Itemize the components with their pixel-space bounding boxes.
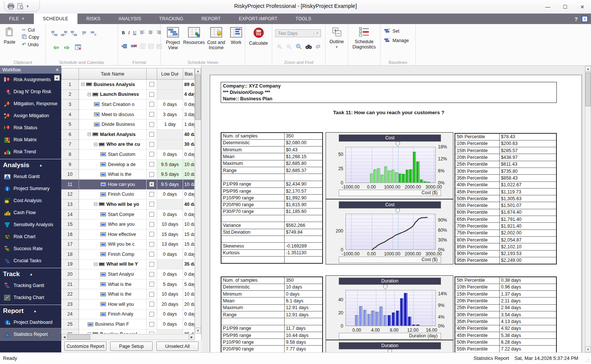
info-icon[interactable]: i xyxy=(582,16,588,22)
workflow-item-assign-mitigation[interactable]: Assign Mitigation xyxy=(0,110,61,122)
calculate-button[interactable]: Calculate xyxy=(245,24,272,46)
task-name-cell[interactable]: −Market Analysis xyxy=(79,130,147,140)
report-vscroll-up[interactable]: ▲ xyxy=(585,66,591,72)
summary-collapse-icon[interactable]: − xyxy=(88,93,91,96)
table-row[interactable]: 3Start Creation o0 days0 days xyxy=(61,100,195,110)
close-button[interactable]: ✕ xyxy=(574,0,591,14)
table-row[interactable]: 19−What will be Y35 days xyxy=(61,260,195,270)
show-column-icon[interactable] xyxy=(148,44,154,50)
task-checkbox[interactable] xyxy=(149,212,154,217)
task-checkbox[interactable] xyxy=(149,172,154,177)
table-row[interactable]: 10What is the9.5 days10 days xyxy=(61,169,195,180)
task-checkbox[interactable] xyxy=(149,192,154,197)
table-row[interactable]: 23How will you20 days20 days xyxy=(61,299,195,310)
task-name-cell[interactable]: Finish Custo xyxy=(79,190,147,200)
table-row[interactable]: 1−Business Analysis89 days xyxy=(61,80,195,90)
task-name-cell[interactable]: −Business Analysis xyxy=(79,80,147,90)
manage-baseline-button[interactable]: Manage xyxy=(384,37,409,44)
summary-collapse-icon[interactable]: − xyxy=(94,202,97,206)
italic-icon[interactable]: I xyxy=(128,30,130,36)
summary-collapse-icon[interactable]: − xyxy=(81,83,85,86)
outline-button[interactable]: Outline ▼ xyxy=(326,24,348,49)
report-vscroll[interactable] xyxy=(585,66,591,352)
workflow-close-icon[interactable]: ✕ xyxy=(55,67,59,72)
delete-task-icon[interactable] xyxy=(131,44,137,50)
workflow-item-risk-matrix[interactable]: Risk Matrix xyxy=(0,134,61,146)
sidebar-item-sensitivity-analysis[interactable]: Sensitivity Analysis xyxy=(0,219,61,231)
task-checkbox[interactable] xyxy=(149,162,154,167)
task-name-cell[interactable]: Who are you xyxy=(79,219,147,230)
calendar-icon[interactable] xyxy=(75,44,81,51)
task-checkbox[interactable] xyxy=(149,242,154,247)
task-name-cell[interactable]: What is the xyxy=(79,169,147,180)
sidebar-item-success-rate[interactable]: Success Rate xyxy=(0,243,61,255)
tab-report[interactable]: REPORT xyxy=(192,14,230,24)
workflow-item-risk-assignments[interactable]: Risk Assignments▲ xyxy=(0,74,61,86)
maximize-button[interactable]: ☐ xyxy=(556,0,574,14)
column-header-bas[interactable]: Bas xyxy=(183,68,195,80)
summary-collapse-icon[interactable]: − xyxy=(94,143,97,146)
task-checkbox[interactable] xyxy=(149,92,154,97)
task-vscroll-up[interactable]: ▲ xyxy=(195,68,201,74)
summary-collapse-icon[interactable]: − xyxy=(88,332,91,334)
table-row[interactable]: 25Business Plan F0 days0 days xyxy=(61,319,195,329)
sidebar-item-statistics-report[interactable]: Statistics Report xyxy=(0,328,61,340)
task-checkbox[interactable] xyxy=(149,222,154,227)
task-checkbox[interactable] xyxy=(149,132,154,137)
sidebar-item-result-gantt[interactable]: Result Gantt xyxy=(0,171,61,183)
sidebar-section-header-track[interactable]: Track▲ xyxy=(0,269,61,279)
report-vscroll-thumb[interactable] xyxy=(585,72,591,106)
task-checkbox[interactable] xyxy=(149,152,154,157)
table-row[interactable]: 12Finish Custo0 days0 days xyxy=(61,190,195,200)
task-checkbox[interactable] xyxy=(149,312,154,317)
task-vscroll-thumb[interactable] xyxy=(195,75,201,120)
column-header-2[interactable] xyxy=(147,68,157,80)
task-name-cell[interactable]: Business Plan F xyxy=(79,319,147,329)
task-hscroll-right[interactable]: ▶ xyxy=(189,334,195,340)
task-name-cell[interactable]: Start Analysi xyxy=(79,269,147,279)
task-checkbox[interactable] xyxy=(149,102,154,107)
task-name-cell[interactable]: Meet to discuss xyxy=(79,110,147,120)
table-row[interactable]: 4Meet to discuss3 days3 days xyxy=(61,110,195,120)
task-name-cell[interactable]: Finish Comp xyxy=(79,249,147,260)
sidebar-section-header-analysis[interactable]: Analysis▲ xyxy=(0,160,61,171)
task-name-cell[interactable]: Start Compe xyxy=(79,210,147,220)
sidebar-item-project-dashboard[interactable]: Project Dashboard xyxy=(0,316,61,328)
help-icon[interactable]: ? xyxy=(574,16,578,22)
copy-button[interactable]: Copy xyxy=(22,34,39,40)
tab-file[interactable]: FILE▼ xyxy=(0,14,34,24)
link-tasks-icon[interactable] xyxy=(51,31,58,38)
column-header-task-name[interactable]: Task Name xyxy=(79,68,147,80)
task-name-cell[interactable]: Finish Analy xyxy=(79,310,147,320)
table-row[interactable]: 13−Who will be yo40 days xyxy=(61,199,195,210)
underline-icon[interactable]: U xyxy=(133,30,136,36)
clear-filter-icon[interactable] xyxy=(315,44,321,50)
task-name-cell[interactable]: How effective xyxy=(79,230,147,240)
set-baseline-button[interactable]: Set xyxy=(384,28,409,34)
schedule-diagnostics-button[interactable]: Schedule Diagnostics xyxy=(348,24,380,50)
table-row[interactable]: 7−Who are the cu30 days xyxy=(61,140,195,150)
indent-left-icon[interactable] xyxy=(122,44,128,50)
table-row[interactable]: 21What is the5 days5 days xyxy=(61,279,195,290)
tab-schedule[interactable]: SCHEDULE xyxy=(34,14,77,24)
resources-button[interactable]: Resources xyxy=(183,24,205,50)
section-collapse-icon[interactable]: ▲ xyxy=(39,163,42,167)
align-left-icon[interactable] xyxy=(140,30,145,36)
workflow-item-drag-n-drop-risk[interactable]: Drag N' Drop Risk xyxy=(0,86,61,98)
zoom-icon[interactable] xyxy=(296,44,302,51)
task-name-cell[interactable]: −Develop General xyxy=(79,329,147,334)
paste-button[interactable]: Paste xyxy=(4,27,15,45)
task-name-cell[interactable]: −Launch Business xyxy=(79,90,147,100)
task-checkbox[interactable] xyxy=(149,82,154,87)
task-name-cell[interactable]: How will you xyxy=(79,299,147,310)
unselect-all-button[interactable]: Unselect All xyxy=(156,341,199,351)
table-row[interactable]: 5Divide Business1 day1 day xyxy=(61,119,195,130)
task-checkbox[interactable] xyxy=(149,272,154,277)
task-name-cell[interactable]: Start Custom xyxy=(79,150,147,160)
report-vscroll-down[interactable]: ▼ xyxy=(585,346,591,352)
tab-export-import[interactable]: EXPORT-IMPORT xyxy=(230,14,286,24)
column-header-low-dur[interactable]: Low Dur xyxy=(157,68,183,80)
sidebar-item-project-summary[interactable]: Project Summary xyxy=(0,183,61,195)
task-name-cell[interactable]: Start Creation o xyxy=(79,100,147,110)
task-checkbox[interactable] xyxy=(149,232,154,237)
